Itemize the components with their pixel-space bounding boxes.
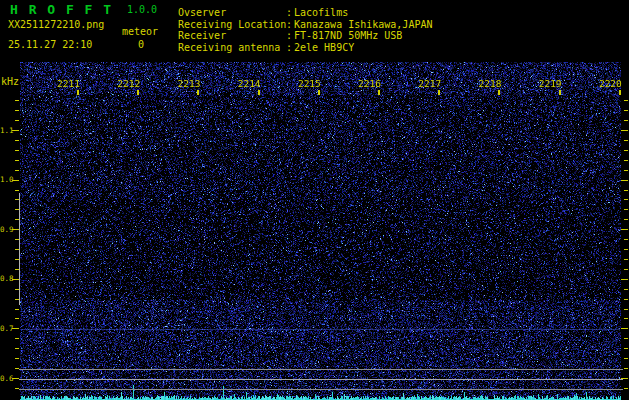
y-axis-minor-tick-left	[15, 170, 19, 171]
y-axis-minor-tick-left	[15, 120, 19, 121]
y-axis-major-tick-right	[621, 130, 628, 131]
station-info-row: Ovserver:Lacofilms	[178, 7, 432, 19]
station-info-label: Receiving antenna	[178, 42, 284, 54]
output-filename: XX2511272210.png	[8, 19, 104, 30]
y-axis-minor-tick-left	[15, 318, 19, 319]
y-axis-label: 0.6	[0, 374, 12, 383]
y-axis-major-tick-left	[12, 130, 19, 131]
y-axis-minor-tick-right	[624, 120, 628, 121]
station-info-colon: :	[284, 7, 294, 19]
y-axis-major-tick-left	[12, 378, 19, 379]
station-info-list: Ovserver:LacofilmsReceiving Location:Kan…	[178, 7, 432, 53]
x-axis-tick	[318, 90, 320, 95]
y-axis-major-tick-right	[621, 229, 628, 230]
y-axis-label: 0.9	[0, 225, 12, 234]
station-info-colon: :	[284, 30, 294, 42]
y-axis-minor-tick-right	[624, 348, 628, 349]
y-axis-minor-tick-left	[15, 150, 19, 151]
y-axis-minor-tick-left	[15, 190, 19, 191]
y-axis-minor-tick-right	[624, 259, 628, 260]
station-info-label: Receiving Location	[178, 19, 284, 31]
x-axis-tick	[197, 90, 199, 95]
x-axis-label: 2219	[536, 78, 562, 89]
y-axis-minor-tick-left	[15, 140, 19, 141]
x-axis-label: 2216	[355, 78, 381, 89]
carrier-line-lower	[19, 389, 623, 390]
y-axis-minor-tick-right	[624, 309, 628, 310]
x-axis-label: 2211	[54, 78, 80, 89]
y-axis-major-tick-left	[12, 180, 19, 181]
y-axis-minor-tick-left	[15, 160, 19, 161]
x-axis-tick	[438, 90, 440, 95]
x-axis-label: 2212	[114, 78, 140, 89]
y-axis-major-tick-right	[621, 328, 628, 329]
station-info-colon: :	[284, 42, 294, 54]
station-info-value: 2ele HB9CY	[294, 42, 354, 54]
y-axis-minor-tick-right	[624, 140, 628, 141]
station-info-value: Lacofilms	[294, 7, 348, 19]
faint-carrier-line	[21, 329, 620, 330]
y-axis-minor-tick-right	[624, 289, 628, 290]
y-axis-minor-tick-left	[15, 338, 19, 339]
app-title: H R O F F T	[10, 2, 113, 17]
hrofft-output-screen: H R O F F T 1.0.0 XX2511272210.png meteo…	[0, 0, 629, 400]
x-axis-tick	[137, 90, 139, 95]
y-axis-minor-tick-right	[624, 269, 628, 270]
y-axis-minor-tick-right	[624, 338, 628, 339]
meteor-count-value: 0	[138, 39, 144, 50]
y-axis-minor-tick-left	[15, 358, 19, 359]
y-axis-label: 0.8	[0, 274, 12, 283]
spectrogram-canvas	[20, 62, 621, 400]
y-axis-minor-tick-right	[624, 110, 628, 111]
y-axis-minor-tick-right	[624, 388, 628, 389]
y-axis-minor-tick-left	[15, 348, 19, 349]
station-info-row: Receiving Location:Kanazawa Ishikawa,JAP…	[178, 19, 432, 31]
station-info-value: FT-817ND 50MHz USB	[294, 30, 402, 42]
y-axis-major-tick-left	[12, 328, 19, 329]
x-axis-tick	[619, 90, 621, 95]
y-axis-minor-tick-right	[624, 150, 628, 151]
app-version: 1.0.0	[127, 4, 157, 15]
y-axis-major-tick-right	[621, 279, 628, 280]
station-info-label: Receiver	[178, 30, 284, 42]
y-axis-minor-tick-right	[624, 160, 628, 161]
y-axis-label: 0.7	[0, 324, 12, 333]
y-axis-minor-tick-right	[624, 368, 628, 369]
y-axis-minor-tick-right	[624, 190, 628, 191]
y-axis-minor-tick-right	[624, 299, 628, 300]
observation-datetime: 25.11.27 22:10	[8, 39, 92, 50]
station-info-row: Receiving antenna:2ele HB9CY	[178, 42, 432, 54]
x-axis-label: 2220	[596, 78, 622, 89]
carrier-line-middle	[19, 379, 623, 380]
x-axis-label: 2218	[475, 78, 501, 89]
y-axis-minor-tick-right	[624, 170, 628, 171]
y-axis-minor-tick-right	[624, 100, 628, 101]
y-axis-minor-tick-right	[624, 209, 628, 210]
y-axis-minor-tick-right	[624, 199, 628, 200]
y-axis-label: 1.1	[0, 126, 12, 135]
x-axis-tick	[559, 90, 561, 95]
station-info-row: Receiver:FT-817ND 50MHz USB	[178, 30, 432, 42]
x-axis-label: 2217	[415, 78, 441, 89]
x-axis-label: 2215	[295, 78, 321, 89]
y-axis-minor-tick-left	[15, 100, 19, 101]
x-axis-tick	[258, 90, 260, 95]
station-info-value: Kanazawa Ishikawa,JAPAN	[294, 19, 432, 31]
station-info-label: Ovserver	[178, 7, 284, 19]
x-axis-tick	[378, 90, 380, 95]
y-axis-minor-tick-right	[624, 249, 628, 250]
meteor-count-label: meteor	[122, 26, 158, 37]
y-axis-unit-label: kHz	[1, 76, 19, 87]
x-axis-tick	[498, 90, 500, 95]
y-axis-major-tick-left	[12, 229, 19, 230]
x-axis-label: 2213	[174, 78, 200, 89]
y-axis-major-tick-left	[12, 279, 19, 280]
y-axis-minor-tick-right	[624, 318, 628, 319]
y-axis-minor-tick-right	[624, 219, 628, 220]
x-axis-label: 2214	[235, 78, 261, 89]
y-axis-major-tick-right	[621, 180, 628, 181]
y-axis-minor-tick-left	[15, 309, 19, 310]
y-axis-minor-tick-left	[15, 110, 19, 111]
y-axis-minor-tick-right	[624, 358, 628, 359]
carrier-line-upper	[19, 369, 623, 370]
